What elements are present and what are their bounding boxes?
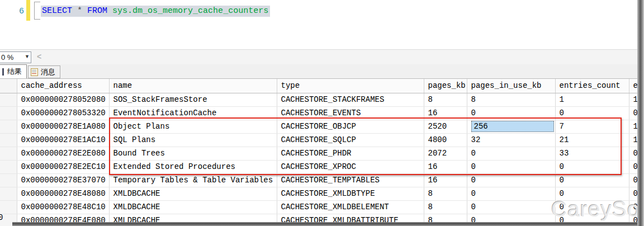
cell-name[interactable]: XMLDBCACHE bbox=[109, 187, 277, 200]
results-grid-icon bbox=[2, 68, 4, 76]
cell-name[interactable]: SQL Plans bbox=[109, 133, 277, 147]
row-selector[interactable] bbox=[0, 93, 17, 106]
cell-pages_in_use_kb[interactable]: 0 bbox=[467, 173, 555, 187]
results-toolbar: 0 % ▼ < bbox=[0, 49, 637, 64]
row-selector[interactable] bbox=[0, 106, 17, 120]
cell-name[interactable]: Bound Trees bbox=[109, 147, 277, 160]
cell-type[interactable]: CACHESTORE_STACKFRAMES bbox=[277, 93, 424, 106]
cell-type[interactable]: CACHESTORE_OBJCP bbox=[277, 120, 424, 133]
cell-type[interactable]: CACHESTORE_TEMPTABLES bbox=[277, 173, 424, 187]
table-row: 0x0000000278052080SOS_StackFramesStoreCA… bbox=[0, 93, 644, 106]
cell-type[interactable]: CACHESTORE_XMLDBTYPE bbox=[277, 187, 424, 200]
cell-type[interactable]: CACHESTORE_XPROC bbox=[277, 160, 424, 173]
corner-selector[interactable] bbox=[0, 79, 17, 93]
cell-cache_address[interactable]: 0x0000000278E2E080 bbox=[17, 147, 109, 160]
cell-name[interactable]: XMLDBCACHE bbox=[109, 200, 277, 214]
column-header-type[interactable]: type bbox=[277, 79, 424, 93]
row-selector[interactable] bbox=[0, 147, 17, 160]
cell-pages_in_use_kb[interactable]: 0 bbox=[467, 160, 555, 173]
chevron-down-icon[interactable]: ▼ bbox=[25, 54, 30, 59]
row-selector[interactable] bbox=[0, 160, 17, 173]
cell-pages_kb[interactable]: 8 bbox=[424, 200, 467, 214]
column-header-name[interactable]: name bbox=[109, 79, 277, 93]
ssms-window: 5 6 SELECT * FROM sys.dm_os_memory_cache… bbox=[0, 0, 644, 226]
column-header-cache_address[interactable]: cache_address bbox=[17, 79, 109, 93]
header-row: cache_addressnametypepages_kbpages_in_us… bbox=[0, 79, 644, 93]
row-selector[interactable] bbox=[0, 200, 17, 214]
selected-cell[interactable]: 256 bbox=[471, 121, 554, 132]
cell-cache_address[interactable]: 0x0000000278053320 bbox=[17, 106, 109, 120]
cell-entries_count[interactable]: 33 bbox=[555, 147, 629, 160]
cell-pages_kb[interactable]: 16 bbox=[424, 160, 467, 173]
table-row: 0x0000000278E2E080Bound TreesCACHESTORE_… bbox=[0, 147, 644, 160]
cell-cache_address[interactable]: 0x0000000278E1A080 bbox=[17, 120, 109, 133]
change-tracking-bar bbox=[26, 0, 30, 21]
sql-editor[interactable]: 5 6 SELECT * FROM sys.dm_os_memory_cache… bbox=[0, 0, 637, 49]
clipped-text-fragment: 0 bbox=[0, 213, 4, 223]
cell-type[interactable]: CACHESTORE_EVENTS bbox=[277, 106, 424, 120]
cell-name[interactable]: Temporary Tables & Table Variables bbox=[109, 173, 277, 187]
cell-pages_kb[interactable]: 8 bbox=[424, 93, 467, 106]
cell-entries_count[interactable]: 21 bbox=[555, 133, 629, 147]
cell-cache_address[interactable]: 0x0000000278E48C10 bbox=[17, 200, 109, 214]
row-selector[interactable] bbox=[0, 187, 17, 200]
tab-results[interactable]: 结果 bbox=[0, 64, 27, 78]
cell-entries_count[interactable]: 0 bbox=[555, 173, 629, 187]
zoom-combobox[interactable]: 0 % ▼ bbox=[0, 51, 31, 63]
cell-entries_count[interactable]: 0 bbox=[555, 160, 629, 173]
column-header-entries_count[interactable]: entries_count bbox=[555, 79, 629, 93]
column-header-pages_kb[interactable]: pages_kb bbox=[424, 79, 467, 93]
cell-pages_in_use_kb[interactable]: 0 bbox=[467, 200, 555, 214]
table-row: 0x0000000278E2EC10Extended Stored Proced… bbox=[0, 160, 644, 173]
cell-pages_kb[interactable]: 16 bbox=[424, 173, 467, 187]
cell-entries_count[interactable]: 1 bbox=[555, 93, 629, 106]
from-keyword: FROM bbox=[87, 6, 107, 16]
cell-pages_in_use_kb[interactable]: 256 bbox=[467, 120, 555, 133]
messages-icon bbox=[31, 68, 38, 76]
collapse-chevron-icon[interactable]: < bbox=[37, 52, 41, 61]
cell-cache_address[interactable]: 0x0000000278E48080 bbox=[17, 187, 109, 200]
cell-pages_in_use_kb[interactable]: 0 bbox=[467, 187, 555, 200]
cell-cache_address[interactable]: 0x0000000278E2EC10 bbox=[17, 160, 109, 173]
star-operator: * bbox=[77, 6, 82, 16]
cell-name[interactable]: Extended Stored Procedures bbox=[109, 160, 277, 173]
cell-pages_kb[interactable]: 16 bbox=[424, 106, 467, 120]
cell-pages_in_use_kb[interactable]: 8 bbox=[467, 93, 555, 106]
sql-statement[interactable]: SELECT * FROM sys.dm_os_memory_cache_cou… bbox=[41, 6, 270, 18]
cell-pages_kb[interactable]: 2072 bbox=[424, 147, 467, 160]
select-keyword: SELECT bbox=[42, 6, 72, 16]
cell-type[interactable]: CACHESTORE_SQLCP bbox=[277, 133, 424, 147]
line-number-5: 5 bbox=[15, 0, 24, 3]
tab-messages[interactable]: 消息 bbox=[28, 65, 60, 78]
cell-pages_kb[interactable]: 8 bbox=[424, 187, 467, 200]
cell-cache_address[interactable]: 0x0000000278E37070 bbox=[17, 173, 109, 187]
window-edge-bottom bbox=[12, 222, 637, 226]
results-tbody: 0x0000000278052080SOS_StackFramesStoreCA… bbox=[0, 93, 644, 226]
results-grid[interactable]: cache_addressnametypepages_kbpages_in_us… bbox=[0, 78, 644, 226]
row-selector[interactable] bbox=[0, 120, 17, 133]
cell-type[interactable]: CACHESTORE_XMLDBELEMENT bbox=[277, 200, 424, 214]
cell-pages_kb[interactable]: 2520 bbox=[424, 120, 467, 133]
cell-entries_count[interactable]: 0 bbox=[555, 106, 629, 120]
column-header-pages_in_use_kb[interactable]: pages_in_use_kb bbox=[467, 79, 555, 93]
cell-name[interactable]: SOS_StackFramesStore bbox=[109, 93, 277, 106]
results-table: cache_addressnametypepages_kbpages_in_us… bbox=[0, 79, 644, 226]
cell-pages_in_use_kb[interactable]: 32 bbox=[467, 133, 555, 147]
cell-pages_in_use_kb[interactable]: 0 bbox=[467, 147, 555, 160]
cell-type[interactable]: CACHESTORE_PHDR bbox=[277, 147, 424, 160]
cell-pages_kb[interactable]: 4800 bbox=[424, 133, 467, 147]
cell-entries_count[interactable]: 0 bbox=[555, 187, 629, 200]
table-row: 0x0000000278E1A080Object PlansCACHESTORE… bbox=[0, 120, 644, 133]
row-selector[interactable] bbox=[0, 173, 17, 187]
cell-entries_count[interactable]: 0 bbox=[555, 200, 629, 214]
system-view-name: sys.dm_os_memory_cache_counters bbox=[112, 6, 268, 16]
row-selector[interactable] bbox=[0, 133, 17, 147]
text-selection: SELECT * FROM sys.dm_os_memory_cache_cou… bbox=[41, 6, 270, 17]
zoom-value: 0 % bbox=[1, 53, 13, 62]
cell-name[interactable]: Object Plans bbox=[109, 120, 277, 133]
cell-cache_address[interactable]: 0x0000000278E1AC10 bbox=[17, 133, 109, 147]
cell-name[interactable]: EventNotificationCache bbox=[109, 106, 277, 120]
cell-entries_count[interactable]: 7 bbox=[555, 120, 629, 133]
cell-pages_in_use_kb[interactable]: 0 bbox=[467, 106, 555, 120]
cell-cache_address[interactable]: 0x0000000278052080 bbox=[17, 93, 109, 106]
